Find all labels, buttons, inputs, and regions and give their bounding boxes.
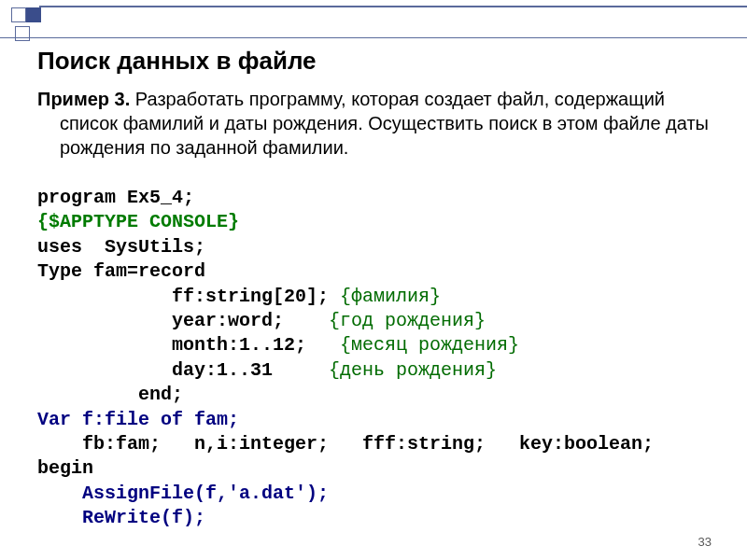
code-call: AssignFile(f,'a.dat'); [37, 483, 329, 504]
code-line: year:word; [37, 310, 284, 331]
code-line: program Ex5_4; [37, 187, 194, 208]
page-title: Поиск данных в файле [37, 47, 721, 76]
header-rule [0, 37, 747, 38]
code-call: ReWrite(f); [37, 507, 205, 528]
top-rule [39, 6, 747, 7]
example-label: Пример 3. [37, 89, 130, 109]
code-comment: {месяц рождения} [306, 334, 519, 356]
example-text: Разработать программу, которая создает ф… [60, 89, 709, 158]
code-block: program Ex5_4; {$APPTYPE CONSOLE} uses S… [37, 186, 721, 530]
code-line: month:1..12; [37, 334, 306, 356]
code-line: fb:fam; n,i:integer; fff:string; key:boo… [37, 433, 654, 455]
code-comment: {фамилия} [329, 286, 441, 307]
code-line: uses SysUtils; [37, 236, 205, 258]
code-directive: {$APPTYPE CONSOLE} [37, 211, 239, 232]
code-comment: {год рождения} [284, 310, 486, 331]
code-line: end; [37, 384, 183, 405]
slide-content: Поиск данных в файле Пример 3. Разработа… [0, 0, 747, 530]
code-line: Type fam=record [37, 260, 205, 282]
decoration-squares [11, 7, 41, 22]
code-line: ff:string[20]; [37, 286, 329, 307]
code-var-decl: Var f:file of fam; [37, 409, 239, 430]
example-description: Пример 3. Разработать программу, которая… [37, 87, 721, 160]
page-number: 33 [698, 535, 712, 549]
code-comment: {день рождения} [273, 359, 497, 381]
code-line: day:1..31 [37, 359, 273, 381]
code-line: begin [37, 457, 93, 479]
